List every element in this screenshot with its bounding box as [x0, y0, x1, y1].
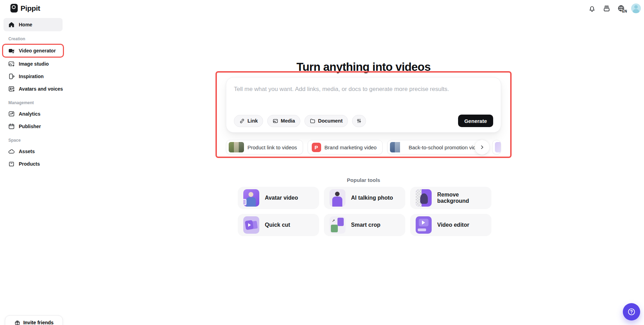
sidebar-item-publisher[interactable]: Publisher: [3, 120, 63, 133]
tool-label: Quick cut: [265, 222, 290, 228]
home-icon: [8, 21, 15, 28]
suggestion-chip-partial[interactable]: [492, 140, 501, 155]
invite-friends-label: Invite friends: [23, 320, 54, 325]
suggestion-chips: Product link to videos P Brand marketing…: [226, 140, 501, 155]
analytics-icon: [8, 110, 15, 117]
sidebar-item-label: Home: [19, 22, 32, 27]
remove-background-thumbnail: [416, 189, 432, 207]
sidebar-item-image-studio[interactable]: Image studio: [3, 58, 63, 70]
sidebar-item-label: Video generator: [19, 48, 56, 53]
back-to-school-thumbnail: [390, 142, 405, 152]
sidebar-section-creation: Creation: [8, 36, 66, 41]
add-link-button[interactable]: Link: [234, 115, 263, 127]
brand-logo[interactable]: Pippit: [10, 4, 40, 12]
tool-label: AI talking photo: [351, 195, 393, 201]
add-link-label: Link: [247, 118, 258, 124]
sidebar-item-label: Avatars and voices: [19, 86, 63, 92]
suggestion-chip-product-link[interactable]: Product link to videos: [226, 140, 303, 155]
tool-card-video-editor[interactable]: Video editor: [410, 214, 491, 236]
sidebar-section-space: Space: [8, 138, 66, 143]
brand-name: Pippit: [21, 4, 40, 12]
popular-tools-grid: Avatar video AI talking photo Remove bac…: [238, 187, 491, 236]
partial-chip-thumbnail: [495, 142, 501, 152]
suggestion-label: Brand marketing video: [325, 144, 377, 150]
tutorial-highlight-composer: Tell me what you want. Add links, media,…: [215, 71, 512, 158]
suggestion-label: Back-to-school promotion video: [409, 144, 482, 150]
tool-card-avatar-video[interactable]: Avatar video: [238, 187, 319, 209]
publisher-calendar-icon: [8, 123, 15, 130]
language-globe-icon[interactable]: EN: [617, 4, 626, 13]
advanced-settings-button[interactable]: [352, 115, 366, 127]
sidebar: Home Creation Video generator Image stud…: [0, 17, 66, 170]
sidebar-item-label: Inspiration: [19, 74, 44, 79]
avatar-video-thumbnail: [243, 189, 259, 207]
sidebar-item-home[interactable]: Home: [3, 18, 63, 31]
product-link-thumbnail: [229, 142, 244, 152]
drawer-icon[interactable]: [602, 4, 611, 13]
topbar-actions: EN: [587, 3, 641, 14]
notifications-bell-icon[interactable]: [587, 4, 596, 13]
user-avatar[interactable]: [631, 3, 641, 13]
document-folder-icon: [310, 118, 316, 124]
tutorial-highlight-video-generator: Video generator: [2, 44, 64, 58]
sidebar-item-inspiration[interactable]: Inspiration: [3, 70, 63, 83]
add-document-label: Document: [318, 118, 343, 124]
sidebar-item-label: Products: [19, 161, 40, 167]
avatars-voices-icon: [8, 85, 15, 92]
add-media-button[interactable]: Media: [267, 115, 300, 127]
composer-toolbar: Link Media Document: [234, 115, 493, 127]
sidebar-item-label: Publisher: [19, 124, 41, 129]
add-media-label: Media: [281, 118, 295, 124]
ai-talking-photo-thumbnail: [329, 189, 345, 207]
suggestion-chip-brand-marketing[interactable]: P Brand marketing video: [308, 140, 383, 155]
sidebar-item-avatars-and-voices[interactable]: Avatars and voices: [3, 83, 63, 95]
pippit-logo-icon: [10, 4, 18, 12]
language-label: EN: [622, 10, 627, 13]
prompt-input[interactable]: Tell me what you want. Add links, media,…: [234, 86, 493, 93]
sidebar-item-products[interactable]: Products: [3, 158, 63, 170]
question-icon: [627, 307, 636, 316]
products-bag-icon: [8, 160, 15, 167]
sidebar-item-label: Assets: [19, 149, 35, 154]
p-badge-icon: P: [312, 143, 321, 152]
video-editor-thumbnail: [416, 216, 432, 234]
video-generator-icon: [8, 47, 15, 54]
add-document-button[interactable]: Document: [304, 115, 348, 127]
tool-label: Remove background: [437, 192, 491, 204]
sidebar-item-label: Analytics: [19, 111, 40, 117]
smart-crop-thumbnail: ➚: [329, 216, 345, 234]
inspiration-icon: [8, 73, 15, 80]
gift-icon: [14, 319, 21, 325]
tool-card-remove-background[interactable]: Remove background: [410, 187, 491, 209]
sidebar-section-management: Management: [8, 100, 66, 105]
suggestion-label: Product link to videos: [247, 144, 297, 150]
suggestions-next-button[interactable]: [475, 140, 489, 155]
tool-card-ai-talking-photo[interactable]: AI talking photo: [324, 187, 405, 209]
media-image-icon: [272, 118, 278, 124]
sidebar-item-label: Image studio: [19, 61, 49, 67]
chevron-right-icon: [479, 144, 485, 150]
sidebar-item-analytics[interactable]: Analytics: [3, 108, 63, 120]
tool-label: Smart crop: [351, 222, 380, 228]
link-icon: [239, 118, 245, 124]
popular-tools-title: Popular tools: [215, 177, 512, 183]
quick-cut-thumbnail: [243, 216, 259, 234]
tool-card-smart-crop[interactable]: ➚ Smart crop: [324, 214, 405, 236]
prompt-composer: Tell me what you want. Add links, media,…: [226, 77, 501, 133]
help-button[interactable]: [623, 303, 640, 320]
tool-label: Avatar video: [265, 195, 298, 201]
sidebar-item-video-generator[interactable]: Video generator: [3, 45, 63, 57]
suggestion-chip-back-to-school[interactable]: Back-to-school promotion video: [387, 140, 488, 155]
sidebar-item-assets[interactable]: Assets: [3, 145, 63, 158]
generate-button[interactable]: Generate: [458, 115, 493, 127]
tool-label: Video editor: [437, 222, 469, 228]
image-studio-icon: [8, 60, 15, 67]
tool-card-quick-cut[interactable]: Quick cut: [238, 214, 319, 236]
assets-cloud-icon: [8, 148, 15, 155]
settings-sliders-icon: [356, 118, 362, 124]
invite-friends-button[interactable]: Invite friends: [5, 315, 63, 325]
